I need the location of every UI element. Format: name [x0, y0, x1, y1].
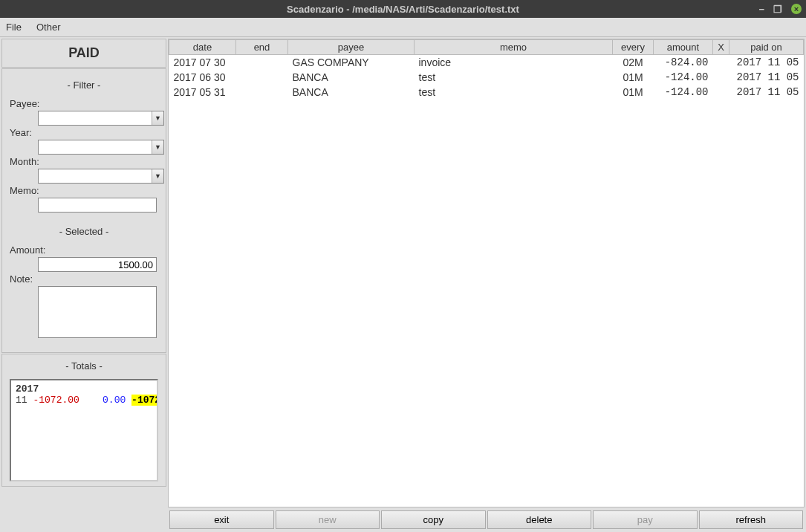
note-row: Note:: [10, 273, 158, 340]
button-row: exit new copy delete pay refresh: [168, 509, 805, 531]
menu-file[interactable]: File: [3, 20, 25, 34]
table-row[interactable]: 2017 06 30BANCAtest01M-124.002017 11 05: [169, 70, 804, 85]
refresh-button[interactable]: refresh: [699, 510, 804, 529]
cell-payee: BANCA: [288, 85, 415, 100]
cell-date: 2017 07 30: [169, 55, 236, 71]
pay-button[interactable]: pay: [593, 510, 698, 529]
header-row: date end payee memo every amount X paid …: [169, 40, 804, 55]
cell-payee: GAS COMPANY: [288, 55, 415, 71]
amount-row: Amount:: [10, 244, 158, 272]
exit-button[interactable]: exit: [169, 510, 274, 529]
cell-paid-on: 2017 11 05: [729, 85, 804, 100]
totals-year: 2017: [16, 383, 39, 395]
totals-credit: 0.00: [103, 395, 126, 406]
cell-date: 2017 06 30: [169, 70, 236, 85]
month-row: Month: ▼: [10, 156, 158, 184]
maximize-icon[interactable]: ❐: [773, 4, 782, 15]
amount-input[interactable]: [38, 257, 157, 272]
paid-title-panel: PAID: [1, 39, 166, 68]
new-button[interactable]: new: [276, 510, 380, 529]
memo-label: Memo:: [10, 185, 158, 196]
col-payee[interactable]: payee: [288, 40, 415, 55]
table-row[interactable]: 2017 07 30GAS COMPANYinvoice02M-824.0020…: [169, 55, 804, 71]
note-textarea[interactable]: [38, 286, 157, 338]
table-row[interactable]: 2017 05 31BANCAtest01M-124.002017 11 05: [169, 85, 804, 100]
selected-heading: - Selected -: [10, 226, 158, 237]
totals-month: 11: [16, 395, 27, 406]
cell-paid-on: 2017 11 05: [729, 55, 804, 71]
totals-net: -1072.00: [131, 395, 158, 406]
totals-neg: -1072.00: [33, 395, 79, 406]
totals-panel: - Totals - 2017 11 -1072.00 0.00 -1072.0…: [1, 354, 166, 487]
cell-x: [713, 70, 729, 85]
menubar: File Other: [0, 18, 806, 37]
cell-every: 01M: [613, 85, 654, 100]
chevron-down-icon[interactable]: ▼: [152, 169, 163, 183]
cell-every: 02M: [613, 55, 654, 71]
amount-label: Amount:: [10, 244, 158, 256]
cell-date: 2017 05 31: [169, 85, 236, 100]
filter-heading: - Filter -: [10, 80, 158, 91]
memo-row: Memo:: [10, 185, 158, 213]
month-label: Month:: [10, 156, 158, 167]
cell-amount: -824.00: [654, 55, 713, 71]
col-paid-on[interactable]: paid on: [729, 40, 804, 55]
cell-memo: test: [415, 70, 613, 85]
col-memo[interactable]: memo: [415, 40, 613, 55]
note-label: Note:: [10, 273, 158, 285]
sidebar: PAID - Filter - Payee: ▼ Year: ▼: [1, 39, 166, 531]
memo-input[interactable]: [38, 198, 157, 213]
year-label: Year:: [10, 127, 158, 138]
window-controls: − ❐ ×: [758, 4, 802, 15]
payee-row: Payee: ▼: [10, 98, 158, 126]
cell-paid-on: 2017 11 05: [729, 70, 804, 85]
col-x[interactable]: X: [713, 40, 729, 55]
cell-every: 01M: [613, 70, 654, 85]
cell-memo: test: [415, 85, 613, 100]
cell-end: [236, 85, 288, 100]
chevron-down-icon[interactable]: ▼: [152, 140, 163, 154]
cell-x: [713, 85, 729, 100]
minimize-icon[interactable]: −: [758, 4, 764, 15]
content: PAID - Filter - Payee: ▼ Year: ▼: [0, 37, 806, 532]
data-table: date end payee memo every amount X paid …: [169, 39, 804, 100]
cell-memo: invoice: [415, 55, 613, 71]
main-area: date end payee memo every amount X paid …: [168, 39, 805, 531]
cell-amount: -124.00: [654, 70, 713, 85]
window-title: Scadenzario - /media/NAS/Arti/Scadenzari…: [0, 4, 806, 15]
cell-amount: -124.00: [654, 85, 713, 100]
month-input[interactable]: [38, 169, 164, 184]
cell-end: [236, 55, 288, 71]
col-date[interactable]: date: [169, 40, 236, 55]
payee-combo[interactable]: ▼: [38, 111, 164, 126]
data-grid[interactable]: date end payee memo every amount X paid …: [168, 39, 805, 507]
chevron-down-icon[interactable]: ▼: [152, 111, 163, 125]
col-amount[interactable]: amount: [654, 40, 713, 55]
year-row: Year: ▼: [10, 127, 158, 155]
totals-box[interactable]: 2017 11 -1072.00 0.00 -1072.00: [10, 379, 158, 481]
app-window: Scadenzario - /media/NAS/Arti/Scadenzari…: [0, 0, 806, 532]
col-end[interactable]: end: [236, 40, 288, 55]
payee-label: Payee:: [10, 98, 158, 109]
cell-end: [236, 70, 288, 85]
col-every[interactable]: every: [613, 40, 654, 55]
delete-button[interactable]: delete: [487, 510, 592, 529]
payee-input[interactable]: [38, 111, 164, 126]
close-icon[interactable]: ×: [791, 4, 802, 14]
cell-payee: BANCA: [288, 70, 415, 85]
menu-other[interactable]: Other: [33, 20, 64, 34]
month-combo[interactable]: ▼: [38, 169, 164, 184]
titlebar: Scadenzario - /media/NAS/Arti/Scadenzari…: [0, 0, 806, 18]
filter-panel: - Filter - Payee: ▼ Year: ▼: [1, 68, 166, 353]
cell-x: [713, 55, 729, 71]
year-input[interactable]: [38, 140, 164, 155]
year-combo[interactable]: ▼: [38, 140, 164, 155]
totals-heading: - Totals -: [10, 360, 158, 372]
paid-title: PAID: [68, 45, 100, 60]
copy-button[interactable]: copy: [381, 510, 486, 529]
